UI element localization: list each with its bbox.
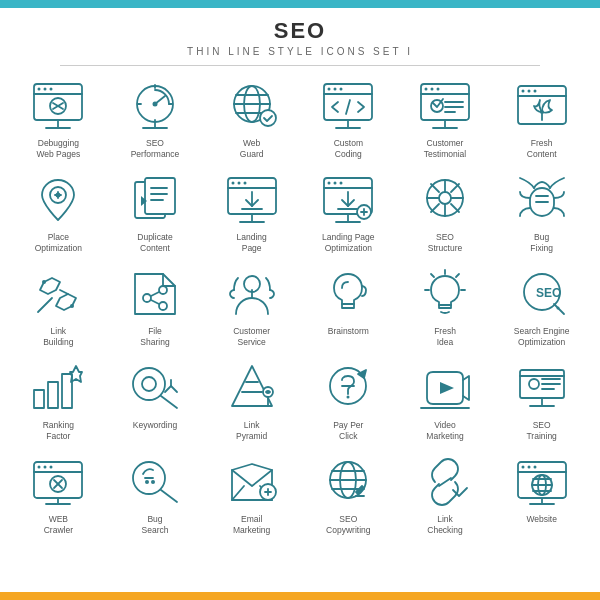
seo-training-label: SEOTraining [526, 420, 556, 442]
svg-point-128 [529, 379, 539, 389]
link-checking-label: LinkChecking [427, 514, 462, 536]
svg-point-12 [152, 102, 157, 107]
svg-point-87 [143, 294, 151, 302]
landing-page-label: LandingPage [237, 232, 267, 254]
svg-point-89 [159, 302, 167, 310]
svg-marker-109 [70, 366, 82, 382]
svg-point-63 [243, 182, 246, 185]
svg-point-35 [430, 88, 433, 91]
customer-service-icon [218, 264, 286, 324]
fresh-content-icon [508, 76, 576, 136]
svg-point-163 [533, 466, 536, 469]
pay-per-click-icon [314, 358, 382, 418]
svg-point-36 [436, 88, 439, 91]
svg-point-71 [334, 182, 337, 185]
link-building-icon [24, 264, 92, 324]
web-crawler-icon [24, 452, 92, 512]
icon-custom-coding: CustomCoding [300, 72, 397, 164]
svg-rect-159 [518, 462, 566, 498]
svg-point-2 [38, 88, 41, 91]
place-optimization-label: PlaceOptimization [35, 232, 82, 254]
svg-point-34 [424, 88, 427, 91]
icon-customer-testimonial: CustomerTestimonial [397, 72, 494, 164]
svg-line-113 [165, 386, 171, 392]
page-title: SEO [0, 18, 600, 44]
svg-point-105 [556, 307, 559, 310]
svg-point-23 [260, 110, 276, 126]
svg-point-47 [533, 90, 536, 93]
seo-performance-label: SEOPerformance [131, 138, 180, 160]
icon-landing-page: LandingPage [203, 166, 300, 258]
bug-search-label: BugSearch [142, 514, 169, 536]
icon-seo-structure: SEOStructure [397, 166, 494, 258]
svg-rect-106 [34, 390, 44, 408]
search-engine-optimization-icon: SEO [508, 264, 576, 324]
seo-structure-icon [411, 170, 479, 230]
icon-bug-fixing: BugFixing [493, 166, 590, 258]
customer-testimonial-label: CustomerTestimonial [424, 138, 467, 160]
bottom-bar [0, 592, 600, 600]
fresh-content-label: FreshContent [527, 138, 557, 160]
custom-coding-icon [314, 76, 382, 136]
svg-point-135 [38, 466, 41, 469]
svg-point-27 [334, 88, 337, 91]
file-sharing-icon [121, 264, 189, 324]
svg-marker-116 [232, 366, 272, 406]
svg-point-53 [56, 193, 61, 198]
svg-point-136 [44, 466, 47, 469]
landing-page-optimization-icon [314, 170, 382, 230]
seo-structure-label: SEOStructure [428, 232, 463, 254]
icon-link-pyramid: LinkPyramid [203, 354, 300, 446]
bug-search-icon [121, 452, 189, 512]
svg-line-100 [456, 274, 459, 277]
svg-point-137 [50, 466, 53, 469]
ranking-factor-icon [24, 358, 92, 418]
fresh-idea-icon [411, 264, 479, 324]
icon-landing-page-optimization: Landing PageOptimization [300, 166, 397, 258]
keywording-label: Keywording [133, 420, 177, 431]
website-icon [508, 452, 576, 512]
seo-training-icon [508, 358, 576, 418]
search-engine-optimization-label: Search EngineOptimization [514, 326, 570, 348]
icon-place-optimization: PlaceOptimization [10, 166, 107, 258]
custom-coding-label: CustomCoding [334, 138, 363, 160]
web-crawler-label: WEBCrawler [44, 514, 73, 536]
icon-fresh-idea: FreshIdea [397, 260, 494, 352]
icon-email-marketing: EmailMarketing [203, 448, 300, 540]
email-marketing-icon [218, 452, 286, 512]
svg-point-62 [237, 182, 240, 185]
debugging-web-pages-label: DebuggingWeb Pages [36, 138, 80, 160]
svg-text:SEO: SEO [536, 286, 561, 300]
link-building-label: LinkBuilding [43, 326, 73, 348]
icons-grid: DebuggingWeb Pages SEOPerformance [0, 72, 600, 540]
icon-keywording: Keywording [107, 354, 204, 446]
icon-link-building: LinkBuilding [10, 260, 107, 352]
svg-point-88 [159, 286, 167, 294]
landing-page-optimization-label: Landing PageOptimization [322, 232, 374, 254]
icon-duplicate-content: DuplicateContent [107, 166, 204, 258]
bug-fixing-label: BugFixing [530, 232, 553, 254]
svg-rect-108 [62, 374, 72, 408]
seo-copywriting-label: SEOCopywriting [326, 514, 370, 536]
brainstorm-icon [314, 264, 382, 324]
svg-line-158 [439, 478, 451, 486]
svg-line-114 [171, 386, 177, 392]
svg-rect-55 [145, 178, 175, 214]
debugging-web-pages-icon [24, 76, 92, 136]
customer-service-label: CustomerService [233, 326, 270, 348]
icon-link-checking: LinkChecking [397, 448, 494, 540]
video-marketing-icon [411, 358, 479, 418]
email-marketing-label: EmailMarketing [233, 514, 270, 536]
svg-line-144 [161, 490, 177, 502]
icon-video-marketing: VideoMarketing [397, 354, 494, 446]
bug-fixing-icon [508, 170, 576, 230]
link-pyramid-label: LinkPyramid [236, 420, 267, 442]
svg-point-4 [50, 88, 53, 91]
svg-line-147 [232, 486, 244, 500]
icon-web-guard: WebGuard [203, 72, 300, 164]
svg-point-146 [151, 480, 155, 484]
svg-point-3 [44, 88, 47, 91]
svg-point-85 [42, 280, 46, 284]
pay-per-click-label: Pay PerClick [333, 420, 363, 442]
svg-point-28 [340, 88, 343, 91]
